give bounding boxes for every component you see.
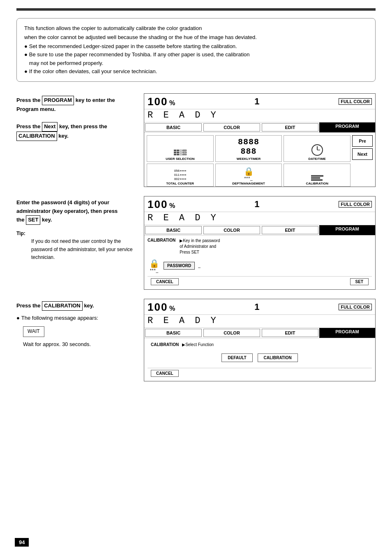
screen2-tabs: BASIC COLOR EDIT PROGRAM <box>144 225 375 235</box>
dept-management-label: DEPTMANAGEMENT <box>232 182 265 185</box>
dept-management-icon: 🔒 ***_ DEPTMANAGEMENT <box>215 164 282 187</box>
wait-box: WAIT <box>23 326 44 337</box>
weekly-timer-label: WEEKLYTIMER <box>237 157 261 161</box>
cancel-button-s2[interactable]: CANCEL <box>151 278 179 285</box>
screen3-ready: R E A D Y <box>144 315 375 328</box>
screen1-percent-sign: % <box>169 99 175 106</box>
info-box: This function allows the copier to autom… <box>16 18 376 82</box>
set-button-s2[interactable]: SET <box>350 278 369 285</box>
next-button-s1[interactable]: Next <box>352 148 373 160</box>
tab-basic-s1[interactable]: BASIC <box>145 123 202 132</box>
info-bullet3: ● If the color often deviates, call your… <box>24 67 368 76</box>
tab-edit-s1[interactable]: EDIT <box>262 123 318 132</box>
function-buttons: DEFAULT CALIBRATION <box>148 350 372 365</box>
next-key: Next <box>42 122 58 132</box>
weekly-timer-icon: 8888 888 WEEKLYTIMER <box>215 135 282 162</box>
user-selection-icon: 10 05 10 USER SELECTION <box>147 135 214 162</box>
screen2-percent: 100 <box>148 198 168 210</box>
screen1-num: 1 <box>254 96 259 107</box>
calibration-button-s3[interactable]: CALIBRATION <box>258 353 298 362</box>
info-line2: when the color cannot be adjusted well b… <box>24 33 368 42</box>
pre-button-s1[interactable]: Pre <box>352 135 373 147</box>
screen3-footer: CANCEL <box>148 368 372 379</box>
cancel-button-s3[interactable]: CANCEL <box>151 370 179 377</box>
total-counter-icon: 056 011 002 TOTAL COUNTER <box>147 164 214 187</box>
date-time-icon: DATE/TIME <box>284 135 350 162</box>
screen2-header: 100 % 1 FULL COLOR <box>144 196 375 212</box>
info-bullet1: ● Set the recommended Ledger-sized paper… <box>24 42 368 51</box>
tab-color-s3[interactable]: COLOR <box>203 329 260 337</box>
page-number: 94 <box>15 538 29 547</box>
step3-text: Enter the password (4 digits) of your ad… <box>16 196 136 261</box>
total-counter-label: TOTAL COUNTER <box>166 182 194 185</box>
tab-program-s1[interactable]: PROGRAM <box>319 122 375 132</box>
screen1-full-color: FULL COLOR <box>339 98 372 105</box>
screen2-percent-sign: % <box>169 202 175 209</box>
step3-row: Enter the password (4 digits) of your ad… <box>16 196 376 290</box>
screen3-num: 1 <box>254 302 259 312</box>
calibration-icon: CALIBRATION <box>284 164 350 187</box>
calibration-key-step4: CALIBRATION <box>42 301 83 311</box>
calibration-icon-label: CALIBRATION <box>306 182 328 185</box>
date-time-label: DATE/TIME <box>308 157 326 161</box>
screen2-content: CALIBRATION ▶Key in the password of Admi… <box>144 235 375 289</box>
step4-row: Press the CALIBRATION key. ●The followin… <box>16 299 376 381</box>
screen3-full-color: FULL COLOR <box>339 304 372 310</box>
top-border <box>16 8 376 11</box>
screen3-tabs: BASIC COLOR EDIT PROGRAM <box>144 328 375 338</box>
tab-edit-s2[interactable]: EDIT <box>262 226 318 234</box>
password-row: PASSWORD _ <box>164 262 201 270</box>
tab-program-s2[interactable]: PROGRAM <box>319 225 375 235</box>
screen2-calib-row: CALIBRATION ▶Key in the password of Admi… <box>148 238 372 255</box>
tab-edit-s3[interactable]: EDIT <box>262 329 318 337</box>
tab-program-s3[interactable]: PROGRAM <box>319 328 375 338</box>
screen1-tabs: BASIC COLOR EDIT PROGRAM <box>144 122 375 133</box>
screen1-icon-grid: 10 05 10 USER SELECTION <box>144 133 375 187</box>
screen2-full-color: FULL COLOR <box>339 201 372 208</box>
screen1-percent: 100 <box>148 95 168 108</box>
lock-icon-s2: 🔒 ***_ <box>149 259 159 273</box>
screen1-header: 100 % 1 FULL COLOR <box>144 94 375 109</box>
screen3-percent: 100 <box>148 301 168 313</box>
tab-color-s2[interactable]: COLOR <box>203 226 260 234</box>
tip-block: Tip: If you do not need the user control… <box>16 230 136 261</box>
tab-basic-s2[interactable]: BASIC <box>145 226 202 234</box>
screen3-content: CALIBRATION ▶Select Function DEFAULT CAL… <box>144 338 375 381</box>
select-function-row: CALIBRATION ▶Select Function <box>148 341 372 349</box>
screen3: 100 % 1 FULL COLOR R E A D Y BASIC COLOR… <box>144 299 376 381</box>
calibration-key-step2: CALIBRATION <box>16 132 57 141</box>
set-key: SET <box>26 215 40 225</box>
step1-row: Press the PROGRAM key to enter the Progr… <box>16 93 376 187</box>
info-line1: This function allows the copier to autom… <box>24 24 368 32</box>
page: This function allows the copier to autom… <box>0 0 392 554</box>
program-key: PROGRAM <box>42 96 74 105</box>
default-button-s3[interactable]: DEFAULT <box>221 353 252 362</box>
password-cursor: _ <box>198 263 201 268</box>
screen1-ready: R E A D Y <box>144 109 375 122</box>
password-label: PASSWORD <box>164 262 195 270</box>
screen2-footer: CANCEL SET <box>148 276 372 287</box>
tab-basic-s3[interactable]: BASIC <box>145 329 202 337</box>
screen2-num: 1 <box>254 199 259 210</box>
step4-text: Press the CALIBRATION key. ●The followin… <box>16 299 136 349</box>
tab-color-s1[interactable]: COLOR <box>203 123 260 132</box>
clock-svg <box>311 144 323 156</box>
screen1: 100 % 1 FULL COLOR R E A D Y BASIC COLOR… <box>144 93 376 187</box>
screen3-header: 100 % 1 FULL COLOR <box>144 299 375 315</box>
screen2: 100 % 1 FULL COLOR R E A D Y BASIC COLOR… <box>144 196 376 290</box>
step1-text: Press the PROGRAM key to enter the Progr… <box>16 93 136 141</box>
info-bullet2: ● Be sure to use the paper recommended b… <box>24 51 368 67</box>
screen3-percent-sign: % <box>169 305 175 312</box>
user-selection-label: USER SELECTION <box>166 157 194 161</box>
screen2-ready: R E A D Y <box>144 212 375 225</box>
